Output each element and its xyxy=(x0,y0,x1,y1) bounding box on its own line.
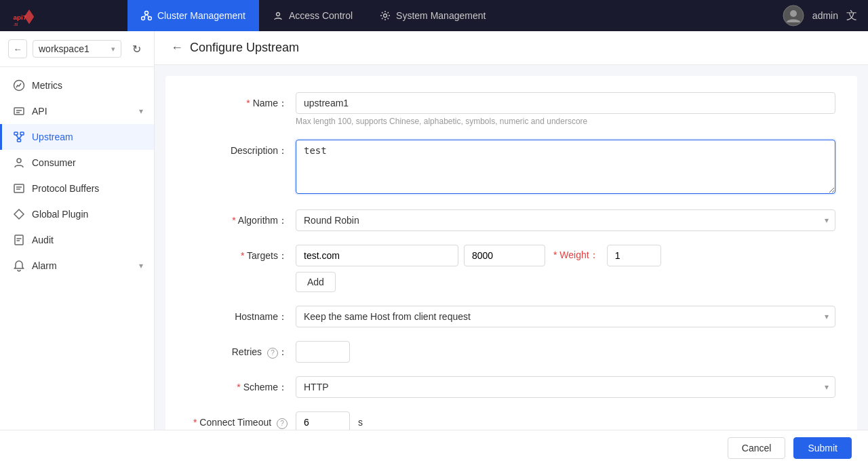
form-row-algorithm: Algorithm： Round Robin Consistent Hashin… xyxy=(187,209,835,231)
svg-point-5 xyxy=(142,17,145,20)
admin-label: admin xyxy=(812,10,838,21)
svg-point-4 xyxy=(145,12,149,15)
sidebar-item-api[interactable]: API ▾ xyxy=(0,98,154,124)
page-title: Configure Upstream xyxy=(190,41,299,55)
top-nav: api7 .ai Cluster Management Access Contr… xyxy=(0,0,868,31)
svg-point-9 xyxy=(276,13,279,16)
sidebar-menu: Metrics API ▾ xyxy=(0,67,154,284)
workspace-back-button[interactable]: ← xyxy=(8,39,27,58)
target-weight-input[interactable] xyxy=(607,245,661,266)
logo-icon: api7 .ai xyxy=(11,3,35,28)
targets-field-wrapper: * Weight： Add xyxy=(296,245,835,292)
system-icon xyxy=(380,10,391,21)
connect-timeout-unit: s xyxy=(358,417,363,428)
targets-label: Targets： xyxy=(187,245,296,262)
sidebar-item-consumer[interactable]: Consumer xyxy=(0,150,154,176)
sidebar-item-alarm-label: Alarm xyxy=(32,260,57,271)
api-icon xyxy=(13,105,25,117)
algorithm-field-wrapper: Round Robin Consistent Hashing Least Con… xyxy=(296,209,835,231)
page-footer: Cancel Submit xyxy=(0,430,868,465)
sidebar: ← workspace1 ▾ ↻ Metrics xyxy=(0,31,155,465)
svg-rect-18 xyxy=(20,132,24,135)
svg-point-12 xyxy=(790,10,797,17)
name-input[interactable] xyxy=(296,92,835,114)
cluster-icon xyxy=(141,10,152,21)
plugin-icon xyxy=(13,208,25,220)
add-button-wrapper: Add xyxy=(296,266,835,292)
scheme-field-wrapper: HTTP HTTPS gRPC gRPCS ▾ xyxy=(296,376,835,398)
sidebar-item-global-plugin[interactable]: Global Plugin xyxy=(0,201,154,227)
connect-timeout-info-icon[interactable]: ? xyxy=(277,418,288,429)
upstream-icon xyxy=(13,131,25,143)
nav-tab-access-label: Access Control xyxy=(289,10,353,21)
workspace-refresh-button[interactable]: ↻ xyxy=(127,39,146,58)
alarm-icon xyxy=(13,260,25,272)
form-row-name: Name： Max length 100, supports Chinese, … xyxy=(187,92,835,126)
sidebar-item-protocol-buffers[interactable]: Protocol Buffers xyxy=(0,176,154,201)
target-host-input[interactable] xyxy=(296,245,458,266)
name-hint: Max length 100, supports Chinese, alphab… xyxy=(296,117,835,126)
algorithm-label: Algorithm： xyxy=(187,209,296,227)
sidebar-item-alarm[interactable]: Alarm ▾ xyxy=(0,253,154,279)
retries-input[interactable] xyxy=(296,341,350,363)
main-layout: ← workspace1 ▾ ↻ Metrics xyxy=(0,31,868,465)
nav-tab-access[interactable]: Access Control xyxy=(259,0,366,31)
nav-tab-cluster-label: Cluster Management xyxy=(157,10,245,21)
sidebar-item-metrics-label: Metrics xyxy=(32,80,62,91)
targets-inputs-row: * Weight： xyxy=(296,245,835,266)
retries-info-icon[interactable]: ? xyxy=(267,348,278,359)
sidebar-item-consumer-label: Consumer xyxy=(32,157,76,168)
page-back-button[interactable]: ← xyxy=(171,41,183,55)
scheme-label: Scheme： xyxy=(187,376,296,394)
target-port-input[interactable] xyxy=(464,245,545,266)
svg-point-10 xyxy=(384,14,387,18)
scheme-select[interactable]: HTTP HTTPS gRPC gRPCS xyxy=(296,376,835,398)
configure-upstream-form: Name： Max length 100, supports Chinese, … xyxy=(165,76,857,465)
sidebar-item-upstream-label: Upstream xyxy=(32,132,73,142)
submit-button[interactable]: Submit xyxy=(793,437,852,459)
hostname-select[interactable]: Keep the same Host from client request U… xyxy=(296,306,835,327)
svg-line-8 xyxy=(146,15,149,18)
description-textarea[interactable]: test xyxy=(296,140,835,194)
svg-rect-14 xyxy=(14,108,24,115)
algorithm-select[interactable]: Round Robin Consistent Hashing Least Con… xyxy=(296,209,835,231)
algorithm-select-wrapper: Round Robin Consistent Hashing Least Con… xyxy=(296,209,835,231)
name-field-wrapper: Max length 100, supports Chinese, alphab… xyxy=(296,92,835,126)
form-row-retries: Retries ?： xyxy=(187,341,835,363)
svg-point-6 xyxy=(149,17,152,20)
svg-rect-17 xyxy=(14,132,18,135)
logo-area: api7 .ai xyxy=(0,3,127,28)
api-chevron-icon: ▾ xyxy=(139,106,143,116)
page-header: ← Configure Upstream xyxy=(155,31,868,65)
protocol-icon xyxy=(13,182,25,195)
workspace-selector-row: ← workspace1 ▾ ↻ xyxy=(0,31,154,67)
svg-line-20 xyxy=(16,135,20,139)
name-label: Name： xyxy=(187,92,296,110)
scheme-select-wrapper: HTTP HTTPS gRPC gRPCS ▾ xyxy=(296,376,835,398)
sidebar-item-upstream[interactable]: Upstream xyxy=(0,124,154,150)
sidebar-item-global-plugin-label: Global Plugin xyxy=(32,209,88,220)
sidebar-item-metrics[interactable]: Metrics xyxy=(0,73,154,98)
workspace-select[interactable]: workspace1 ▾ xyxy=(33,40,121,58)
retries-field-wrapper xyxy=(296,341,835,363)
alarm-chevron-icon: ▾ xyxy=(139,261,143,270)
workspace-name: workspace1 xyxy=(39,43,90,54)
add-target-button[interactable]: Add xyxy=(296,272,336,292)
consumer-icon xyxy=(13,157,25,169)
svg-line-21 xyxy=(19,135,22,139)
sidebar-item-audit[interactable]: Audit xyxy=(0,227,154,253)
hostname-field-wrapper: Keep the same Host from client request U… xyxy=(296,306,835,327)
lang-icon[interactable]: 文 xyxy=(846,9,857,23)
cancel-button[interactable]: Cancel xyxy=(728,437,786,459)
content-area: ← Configure Upstream Name： Max length 10… xyxy=(155,31,868,465)
audit-icon xyxy=(13,234,25,246)
nav-tabs: Cluster Management Access Control System… xyxy=(127,0,772,31)
nav-tab-cluster[interactable]: Cluster Management xyxy=(127,0,259,31)
form-row-description: Description： test xyxy=(187,140,835,196)
svg-rect-23 xyxy=(14,184,24,193)
form-row-hostname: Hostname： Keep the same Host from client… xyxy=(187,306,835,327)
avatar-icon xyxy=(783,5,804,26)
hostname-select-wrapper: Keep the same Host from client request U… xyxy=(296,306,835,327)
nav-tab-system[interactable]: System Management xyxy=(366,0,499,31)
access-icon xyxy=(273,10,283,21)
